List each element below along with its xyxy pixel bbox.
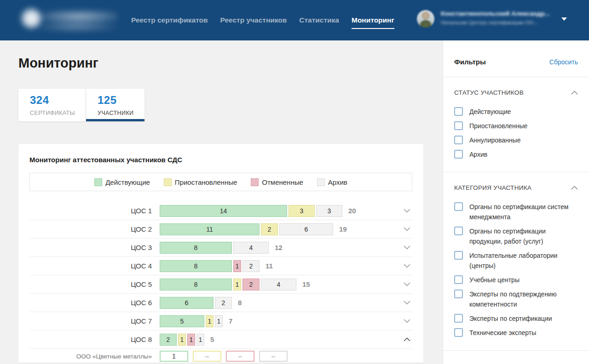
chart-row-1[interactable]: ЦОС 1143320	[29, 202, 412, 220]
chevron-down-icon[interactable]	[404, 301, 410, 305]
checkbox[interactable]	[454, 328, 463, 337]
chart-row-5[interactable]: ЦОС 5812415	[29, 275, 412, 294]
member-cell-yellow: –	[193, 351, 221, 362]
filters-reset-link[interactable]: Сбросить	[549, 58, 578, 66]
user-menu[interactable]: Константинопольский Александр... Начальн…	[417, 10, 567, 28]
legend-swatch-gray	[317, 178, 325, 186]
stacked-bar: 1433	[160, 205, 342, 217]
chevron-down-icon[interactable]	[404, 282, 410, 286]
checkbox-label: Органы по сертификации систем менеджмент…	[469, 202, 578, 222]
filter-section-title: СТАТУС УЧАСТНИКОВ	[454, 89, 524, 96]
chart-row-4[interactable]: ЦОС 481211	[29, 257, 412, 275]
filter-checkbox-item[interactable]: Испытательные лаборатории (центры)	[454, 250, 578, 271]
bar-segment-gray: 3	[316, 205, 342, 217]
tab-1[interactable]: 324СЕРТИФИКАТЫ	[18, 89, 86, 121]
filter-checkbox-item[interactable]: Действующие	[454, 107, 578, 117]
stacked-bar: 511	[160, 315, 223, 327]
legend-label: Отмененные	[262, 178, 303, 186]
filter-checkbox-item[interactable]: Аннулированные	[454, 135, 578, 145]
member-cell-red: –	[226, 351, 254, 362]
filter-section-header[interactable]: КАТЕГОРИЯ УЧАСТНИКА	[454, 183, 578, 192]
row-total: 5	[210, 336, 214, 343]
chart-row-3[interactable]: ЦОС 38412	[29, 239, 412, 257]
filter-checkbox-item[interactable]: Органы по сертификации систем менеджмент…	[454, 202, 578, 222]
bar-segment-red: 2	[243, 279, 260, 290]
row-label: ЦОС 5	[29, 280, 152, 288]
tabs: 324СЕРТИФИКАТЫ125УЧАСТНИКИ	[18, 89, 443, 121]
chevron-down-icon[interactable]	[404, 209, 410, 213]
logo	[15, 3, 118, 34]
page-title: Мониторинг	[18, 56, 443, 71]
row-label: ЦОС 2	[29, 225, 152, 233]
checkbox[interactable]	[454, 251, 463, 260]
bar-segment-green: 8	[160, 260, 232, 272]
row-label: ЦОС 8	[29, 336, 152, 343]
checkbox[interactable]	[454, 136, 463, 144]
bar-segment-yellow: 1	[233, 279, 241, 290]
checkbox[interactable]	[454, 121, 463, 130]
chart-row-6[interactable]: ЦОС 6628	[29, 294, 412, 312]
checkbox-label: Испытательные лаборатории (центры)	[469, 250, 578, 271]
filters-header: Фильтры Сбросить	[443, 40, 589, 77]
nav-item-3[interactable]: Статистика	[299, 16, 339, 24]
checkbox[interactable]	[454, 275, 463, 284]
chart-row-2[interactable]: ЦОС 2112619	[29, 220, 412, 239]
user-name: Константинопольский Александр...	[441, 10, 555, 17]
filter-sections: СТАТУС УЧАСТНИКОВДействующиеПриостановле…	[443, 77, 589, 351]
filter-checkbox-item[interactable]: Учебные центры	[454, 275, 578, 285]
stacked-bar: 84	[160, 242, 269, 254]
content-area: Мониторинг 324СЕРТИФИКАТЫ125УЧАСТНИКИ Мо…	[0, 40, 443, 364]
legend-swatch-green	[94, 178, 102, 186]
nav-item-1[interactable]: Реестр сертификатов	[131, 16, 208, 24]
tab-label: СЕРТИФИКАТЫ	[30, 110, 86, 116]
row-label: ЦОС 4	[29, 262, 152, 270]
stacked-bar: 8124	[160, 279, 296, 290]
chevron-up-icon[interactable]	[404, 337, 410, 341]
row-label: ЦОС 1	[29, 207, 152, 215]
tab-count: 324	[30, 95, 86, 106]
chevron-down-icon[interactable]	[404, 319, 410, 323]
caret-down-icon[interactable]	[561, 17, 567, 21]
checkbox-label: Архив	[469, 149, 487, 159]
checkbox-label: Эксперты по подтверждению компетентности	[469, 289, 578, 309]
nav-item-2[interactable]: Реестр участников	[220, 16, 287, 24]
chevron-down-icon[interactable]	[404, 245, 410, 250]
chevron-up-icon[interactable]	[571, 183, 578, 192]
checkbox[interactable]	[454, 227, 463, 235]
chart-row-8[interactable]: ЦОС 821115	[29, 330, 412, 349]
checkbox[interactable]	[454, 107, 463, 116]
bar-segment-yellow: 3	[289, 205, 315, 217]
nav-item-4[interactable]: Мониторинг	[352, 16, 394, 24]
bar-segment-green: 14	[160, 205, 287, 217]
chevron-down-icon[interactable]	[404, 264, 410, 268]
tab-label: УЧАСТНИКИ	[98, 110, 144, 116]
chart-row-7[interactable]: ЦОС 75117	[29, 312, 412, 330]
filter-checkbox-item[interactable]: Эксперты по сертификации	[454, 313, 578, 324]
filter-checkbox-item[interactable]: Архив	[454, 149, 578, 159]
legend-item-red: Отмененные	[251, 178, 303, 186]
member-name: ООО «Цветные металлы»	[29, 353, 152, 360]
filter-checkbox-item[interactable]: Технические эксперты	[454, 328, 578, 338]
member-cell-gray: –	[259, 351, 288, 362]
tab-2[interactable]: 125УЧАСТНИКИ	[86, 89, 144, 121]
card-title: Мониторинг аттестованных участников СДС	[29, 156, 412, 164]
legend-item-gray: Архив	[317, 178, 347, 186]
legend-swatch-yellow	[164, 178, 172, 186]
checkbox[interactable]	[454, 150, 463, 159]
checkbox[interactable]	[454, 202, 463, 211]
bar-segment-green: 2	[160, 334, 177, 346]
bar-segment-gray: 6	[279, 223, 333, 235]
filter-section-header[interactable]: СТАТУС УЧАСТНИКОВ	[454, 88, 578, 97]
checkbox[interactable]	[454, 290, 463, 298]
filter-checkbox-item[interactable]: Органы по сертификации продукции, работ …	[454, 226, 578, 246]
filter-checkbox-item[interactable]: Приостановленные	[454, 121, 578, 131]
main-nav: Реестр сертификатовРеестр участниковСтат…	[131, 0, 394, 40]
bar-segment-gray: 2	[215, 297, 232, 309]
row-total: 8	[238, 299, 242, 307]
chevron-up-icon[interactable]	[571, 88, 578, 97]
bar-segment-gray: 4	[233, 242, 269, 254]
chevron-down-icon[interactable]	[404, 227, 410, 231]
bar-segment-yellow: 1	[206, 315, 214, 327]
checkbox[interactable]	[454, 314, 463, 323]
filter-checkbox-item[interactable]: Эксперты по подтверждению компетентности	[454, 289, 578, 309]
